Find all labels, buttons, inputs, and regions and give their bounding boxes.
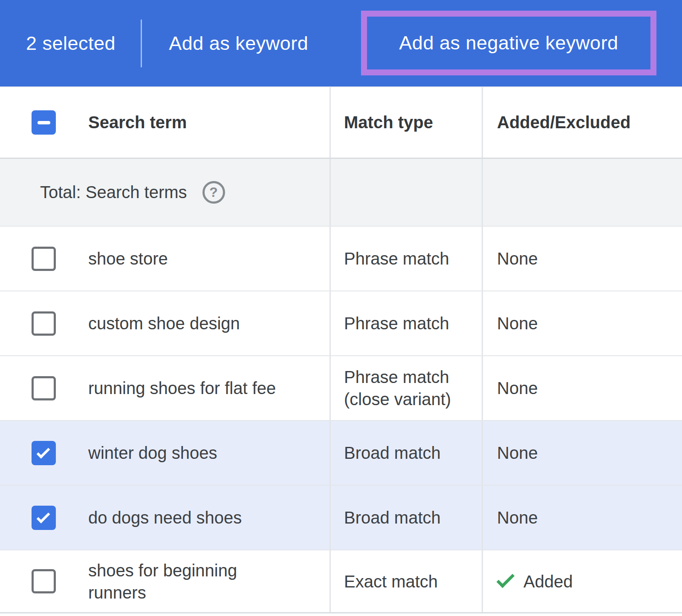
table-row: custom shoe design Phrase match None <box>0 291 682 355</box>
match-type-text: Phrase match <box>344 312 449 334</box>
column-header-added-excluded[interactable]: Added/Excluded <box>497 113 630 132</box>
selected-count: 2 selected <box>26 32 116 55</box>
row-checkbox[interactable] <box>32 506 56 530</box>
column-header-search-term[interactable]: Search term <box>88 113 187 132</box>
added-excluded-text: None <box>497 312 538 334</box>
search-terms-table: Search term Match type Added/Excluded To… <box>0 86 682 613</box>
table-header-row: Search term Match type Added/Excluded <box>0 87 682 158</box>
table-row: running shoes for flat fee Phrase match … <box>0 355 682 420</box>
add-as-negative-keyword-button[interactable]: Add as negative keyword <box>361 11 656 75</box>
search-term-text: custom shoe design <box>88 312 240 334</box>
row-checkbox[interactable] <box>32 441 56 465</box>
search-terms-panel: 2 selected Add as keyword Add as negativ… <box>0 0 682 616</box>
search-term-text: winter dog shoes <box>88 442 217 464</box>
row-checkbox[interactable] <box>32 569 56 593</box>
search-term-text: running shoes for flat fee <box>88 377 276 399</box>
match-type-text: Phrase match (close variant) <box>344 366 451 410</box>
added-excluded-text: None <box>497 248 538 270</box>
added-excluded-text: Added <box>523 570 573 593</box>
match-type-text: Broad match <box>344 507 441 529</box>
help-icon[interactable]: ? <box>202 181 225 204</box>
added-excluded-text: None <box>497 507 538 529</box>
added-excluded-text: None <box>497 442 538 464</box>
select-all-checkbox[interactable] <box>32 110 56 135</box>
toolbar-divider <box>141 20 142 67</box>
table-row: winter dog shoes Broad match None <box>0 420 682 485</box>
checkmark-icon <box>36 445 50 458</box>
match-type-text: Phrase match <box>344 248 449 270</box>
row-checkbox[interactable] <box>32 376 56 400</box>
column-header-match-type[interactable]: Match type <box>344 113 433 132</box>
selection-toolbar: 2 selected Add as keyword Add as negativ… <box>0 0 682 86</box>
search-term-text: shoe store <box>88 248 168 270</box>
match-type-text: Broad match <box>344 442 441 464</box>
add-as-keyword-button[interactable]: Add as keyword <box>169 32 308 55</box>
row-checkbox[interactable] <box>32 311 56 336</box>
checkmark-icon <box>36 509 50 523</box>
row-checkbox[interactable] <box>32 247 56 271</box>
header-cell-match-type: Match type <box>331 87 483 158</box>
green-check-icon <box>497 570 514 587</box>
total-row: Total: Search terms ? <box>0 158 682 226</box>
table-row: shoe store Phrase match None <box>0 226 682 291</box>
added-excluded-text: None <box>497 377 538 399</box>
indeterminate-icon <box>38 121 50 124</box>
total-label: Total: Search terms <box>40 183 187 202</box>
header-cell-added-excluded: Added/Excluded <box>483 87 682 158</box>
search-term-text: shoes for beginning runners <box>88 559 237 604</box>
table-row: shoes for beginning runners Exact match … <box>0 550 682 613</box>
header-cell-search-term: Search term <box>0 87 331 158</box>
search-term-text: do dogs need shoes <box>88 507 242 529</box>
table-row: do dogs need shoes Broad match None <box>0 485 682 550</box>
match-type-text: Exact match <box>344 570 438 593</box>
